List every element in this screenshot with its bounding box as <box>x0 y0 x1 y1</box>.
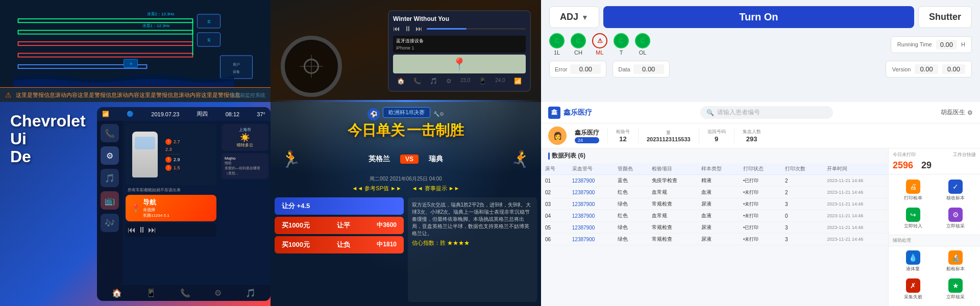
bottom-home[interactable]: 🏠 <box>112 288 122 298</box>
stat2-value: 29 <box>921 160 932 171</box>
col-color: 管颜色 <box>614 163 648 175</box>
shutter-button[interactable]: Shutter <box>918 6 972 28</box>
nav-home[interactable]: 🏠 <box>397 78 405 85</box>
label-ml: ML <box>596 49 603 56</box>
svg-text:设备: 设备 <box>233 69 240 74</box>
svg-rect-12 <box>220 56 253 79</box>
alert-text: 这里是警报信息滚动内容这里是警报信息滚动内容这里是警报信息滚动内容这里是警报信息 <box>16 91 240 99</box>
control-panel: ADJ ▼ Turn On Shutter C 1L C CH ⚠ ML C T… <box>541 0 980 102</box>
action-core[interactable]: ★ 立即核采 <box>936 276 976 302</box>
table-row[interactable]: 05 12387900 绿色 常规检查 尿液 •已打印 3 2023-11-21… <box>541 222 888 234</box>
nav-phone2[interactable]: 📱 <box>479 78 486 85</box>
nav-music-btn[interactable]: 🎶 <box>101 214 119 232</box>
next-icon[interactable]: ⏭ <box>148 225 156 235</box>
top-controls: ADJ ▼ Turn On Shutter <box>549 6 972 28</box>
table-row[interactable]: 02 12387900 红色 血常规 血液 •未打印 2 2023-11-21 … <box>541 187 888 198</box>
players-row: 🏃 英格兰 VS 瑞典 🏃 <box>271 144 541 174</box>
navi-button[interactable]: 📍 导航 未选择 长路11234 5.1 <box>126 195 216 221</box>
svg-text:水泵1：12.3Hz: 水泵1：12.3Hz <box>142 23 170 28</box>
patient-name: 鑫乐医疗 <box>575 129 599 137</box>
action-print[interactable]: 🖨 打印检单 <box>893 177 934 203</box>
adj-button[interactable]: ADJ ▼ <box>549 6 599 28</box>
search-bar[interactable]: 🔍 请输入患者编号 <box>700 106 833 119</box>
col-time: 开单时间 <box>823 163 888 175</box>
prev-btn[interactable]: ⏮ <box>393 24 400 33</box>
confidence-text: 信心指数：胜 ★★★★ <box>412 239 533 247</box>
match-time: 周二002 2021年06月25日 04:00 <box>271 175 541 183</box>
nav-settings[interactable]: ⚙ <box>446 78 452 85</box>
analysis-text: 双方近5次交战，瑞典1胜2平2负，进9球，失9球。大球3次、小球2次。瑞典上一场… <box>412 201 533 237</box>
print-label: 打印检单 <box>904 195 922 201</box>
svg-text:用户: 用户 <box>233 62 240 67</box>
action-fail[interactable]: ✗ 采集失败 <box>893 276 934 302</box>
divider2 <box>638 128 639 143</box>
action-grid: 🖨 打印检单 ✓ 核收标本 ↪ 立即转入 ⚙ 立即核采 <box>889 174 980 235</box>
stat-people: 集血人数 293 <box>743 129 761 143</box>
bet-option-3[interactable]: 买1000元 让负 中1810 <box>275 236 404 253</box>
settings-icon: ⚙ <box>967 109 973 116</box>
running-time-value: 0.00 <box>936 40 957 49</box>
next-btn[interactable]: ⏭ <box>415 24 423 33</box>
team1-name: 英格兰 <box>369 155 390 164</box>
bet-option-1[interactable]: 让分 +4.5 <box>275 197 404 215</box>
table-row[interactable]: 03 12387900 绿色 常规检查 尿液 •未打印 3 2023-11-21… <box>541 198 888 210</box>
navi-address: 长路11234 5.1 <box>143 213 169 218</box>
action-assist[interactable]: ⚙ 立即核采 <box>936 206 976 232</box>
cooling-panel: 泵 泵 用户 设备 水泵2：12.3Hz 水泵1：12.3Hz ⚙ ⚠ 这里是警… <box>0 0 271 102</box>
bottom-media[interactable]: 🎵 <box>246 288 256 298</box>
doctor-info: 胡磊医生 ⚙ <box>941 108 973 117</box>
icon-ml: ⚠ <box>592 33 607 48</box>
icon-t: C <box>614 33 629 48</box>
nav-phone[interactable]: 📞 <box>413 78 421 85</box>
action-scan[interactable]: ✓ 核收标本 <box>936 177 976 203</box>
bet3-mid: 让负 <box>337 240 350 249</box>
table-row[interactable]: 04 12387900 红色 血常规 血液 •未打印 0 2023-11-21 … <box>541 210 888 222</box>
car-bottom-nav: 🏠 📞 🎵 ⚙ 23.0 📱 24.0 📶 <box>393 75 526 87</box>
status-ml: ⚠ ML <box>592 33 607 56</box>
action-ship[interactable]: 🔬 船检标本 <box>936 248 976 274</box>
running-time-label: Running Time <box>897 41 932 47</box>
action-transfer[interactable]: ↪ 立即转入 <box>893 206 934 232</box>
play-icon[interactable]: ⏸ <box>138 225 146 235</box>
nav-settings-btn[interactable]: ⚙ <box>101 146 119 165</box>
scan-label: 核收标本 <box>946 195 965 201</box>
nav-phone-btn[interactable]: 📞 <box>101 124 119 142</box>
screen-right: 上海市 ☀️ 晴转多云 Majho 情歌 亲爱的—你到底在哪里（里想... <box>219 121 271 285</box>
nav-wifi[interactable]: 📶 <box>514 78 522 85</box>
weather-card: 上海市 ☀️ 晴转多云 <box>222 124 268 151</box>
bet-option-2[interactable]: 买1000元 让平 中3600 <box>275 217 404 234</box>
logo-text: 鑫乐医疗 <box>564 108 592 117</box>
label-1l: 1L <box>554 49 560 56</box>
running-time-unit: H <box>961 41 965 47</box>
bottom-phone[interactable]: 📞 <box>180 288 190 298</box>
action-liquid[interactable]: 💧 液体量 <box>893 248 934 274</box>
table-title: 数据列表 (6) <box>541 148 888 163</box>
table-row[interactable]: 01 12387900 蓝色 免疫学检查 精液 •已打印 2 2023-11-2… <box>541 175 888 187</box>
time-display: 08:12 <box>226 111 240 117</box>
weekday-display: 周四 <box>197 110 208 118</box>
vs-row: 英格兰 VS 瑞典 <box>358 152 453 166</box>
tools-icon: 🔧⚙ <box>433 111 444 117</box>
nav-gear-btn[interactable]: 🎵 <box>101 169 119 187</box>
search-placeholder: 请输入患者编号 <box>717 108 760 117</box>
chevrolet-panel: Chevrolet Ui De 📶 🔵 2019.07.23 周四 08:12 … <box>0 102 271 306</box>
bottom-apps[interactable]: 📱 <box>146 288 156 298</box>
bottom-settings[interactable]: ⚙ <box>214 288 222 298</box>
search-icon: 🔍 <box>706 109 714 116</box>
alert-icon: ⚠ <box>5 91 12 99</box>
col-project: 检验项目 <box>648 163 697 175</box>
speed-val4: 1.5 <box>174 165 180 170</box>
nav-music[interactable]: 🎵 <box>430 78 437 85</box>
bet2-label: 买1000元 <box>282 221 310 230</box>
nav-video-btn[interactable]: 📺 <box>101 191 119 210</box>
prev-icon[interactable]: ⏮ <box>128 225 136 235</box>
turn-on-button[interactable]: Turn On <box>603 6 914 28</box>
stats-row: 👩 鑫乐医疗 24 检验号 12 量 20231123115533 追回号码 9… <box>541 123 980 148</box>
patient-info: 鑫乐医疗 24 <box>575 129 599 143</box>
table-row[interactable]: 06 12387900 绿色 常规检查 尿液 •未打印 3 2023-11-21… <box>541 234 888 245</box>
pause-btn[interactable]: ⏸ <box>404 24 411 33</box>
data-field: Data 0.00 <box>612 61 669 78</box>
svg-text:水泵2：12.3Hz: 水泵2：12.3Hz <box>147 12 175 16</box>
status-1l: C 1L <box>549 33 565 56</box>
music-card: Majho 情歌 亲爱的—你到底在哪里（里想... <box>222 153 268 179</box>
